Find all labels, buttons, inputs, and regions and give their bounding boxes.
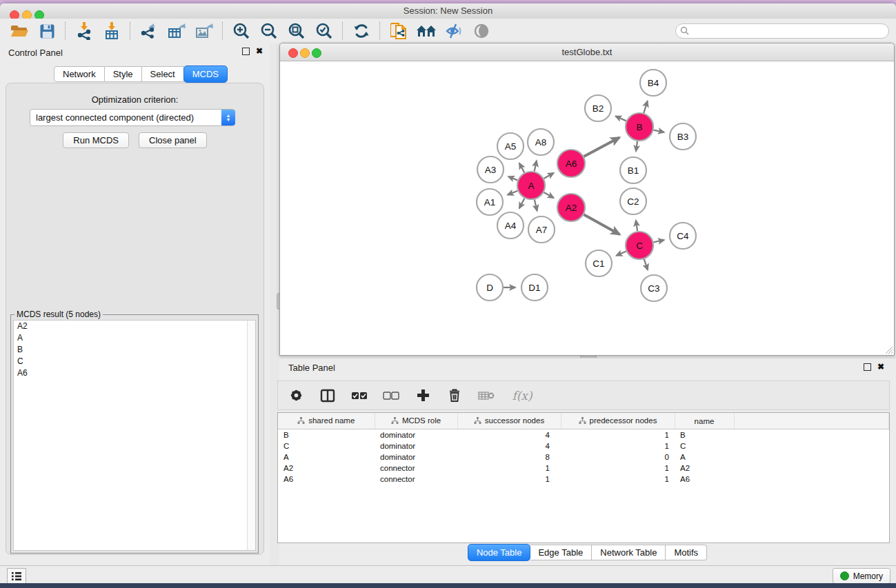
table-cell[interactable]: A6: [675, 474, 734, 485]
graph-edge[interactable]: [654, 240, 664, 242]
table-row[interactable]: Adominator80A: [278, 452, 889, 463]
deselect-all-icon[interactable]: [383, 387, 399, 404]
graph-edge[interactable]: [644, 259, 648, 270]
network-graph[interactable]: B4B2BB3A8A5A6A3B1AC2A1A2A4A7C4CC1DD1C3: [280, 61, 893, 354]
close-panel-button[interactable]: Close panel: [139, 132, 207, 148]
column-header[interactable]: shared name: [278, 413, 375, 429]
table-row[interactable]: Bdominator41B: [278, 429, 889, 441]
node-table[interactable]: shared nameMCDS rolesuccessor nodesprede…: [278, 413, 889, 485]
tab-motifs[interactable]: Motifs: [666, 545, 707, 560]
table-settings-gear-icon[interactable]: [288, 387, 304, 404]
graph-edge[interactable]: [508, 191, 518, 195]
graph-edge[interactable]: [636, 141, 637, 152]
export-network-icon[interactable]: [139, 21, 159, 41]
open-session-icon[interactable]: [9, 21, 30, 41]
table-cell[interactable]: C: [675, 440, 734, 452]
mcds-result-item[interactable]: B: [14, 344, 255, 356]
table-cell[interactable]: B: [278, 429, 375, 441]
graph-edge[interactable]: [636, 221, 637, 232]
close-table-panel-icon[interactable]: ✖: [877, 363, 884, 371]
tab-network[interactable]: Network: [54, 66, 105, 82]
column-header[interactable]: name: [675, 413, 734, 429]
import-table-icon[interactable]: [101, 21, 122, 41]
graph-edge[interactable]: [519, 163, 524, 173]
graph-edge[interactable]: [508, 176, 517, 180]
table-cell[interactable]: B: [675, 429, 734, 441]
column-header[interactable]: predecessor nodes: [561, 413, 675, 429]
table-cell[interactable]: 1: [457, 474, 561, 485]
criterion-dropdown[interactable]: largest connected component (directed) ▲…: [30, 109, 235, 126]
table-row[interactable]: A2connector11A2: [278, 463, 889, 474]
mcds-result-item[interactable]: A6: [14, 367, 255, 379]
clone-network-icon[interactable]: [388, 21, 409, 41]
tab-mcds[interactable]: MCDS: [183, 65, 228, 83]
table-cell[interactable]: C: [278, 440, 375, 452]
result-scrollbar[interactable]: [247, 321, 255, 550]
table-cell[interactable]: connector: [375, 463, 457, 474]
graph-edge[interactable]: [654, 130, 664, 132]
task-history-button[interactable]: [7, 568, 26, 584]
table-cell[interactable]: dominator: [375, 452, 457, 463]
table-cell[interactable]: 4: [457, 429, 561, 441]
delete-column-trash-icon[interactable]: [446, 387, 463, 404]
tab-network-table[interactable]: Network Table: [592, 545, 666, 560]
home-view-icon[interactable]: [416, 21, 437, 41]
save-session-icon[interactable]: [37, 21, 57, 41]
refresh-icon[interactable]: [351, 21, 372, 41]
graph-edge[interactable]: [584, 138, 619, 157]
table-cell[interactable]: 1: [561, 429, 675, 441]
zoom-fit-icon[interactable]: [286, 21, 307, 41]
run-mcds-button[interactable]: Run MCDS: [63, 132, 129, 148]
create-column-icon[interactable]: [415, 387, 431, 404]
table-cell[interactable]: connector: [375, 474, 457, 485]
network-canvas[interactable]: B4B2BB3A8A5A6A3B1AC2A1A2A4A7C4CC1DD1C3: [280, 61, 894, 355]
column-header[interactable]: successor nodes: [457, 413, 561, 429]
graph-edge[interactable]: [584, 214, 619, 234]
table-cell[interactable]: 4: [457, 440, 561, 452]
column-header[interactable]: MCDS role: [375, 413, 457, 429]
graph-edge[interactable]: [616, 116, 626, 121]
select-all-icon[interactable]: [351, 387, 368, 404]
search-input[interactable]: [675, 23, 889, 39]
zoom-in-icon[interactable]: [231, 21, 252, 41]
table-cell[interactable]: 1: [561, 440, 675, 452]
export-table-icon[interactable]: [166, 21, 187, 41]
tab-select[interactable]: Select: [142, 66, 184, 82]
float-panel-icon[interactable]: [242, 48, 250, 55]
graph-edge[interactable]: [617, 252, 626, 256]
mcds-result-list[interactable]: A2ABCA6: [13, 320, 256, 551]
table-cell[interactable]: 1: [561, 474, 675, 485]
close-panel-icon[interactable]: ✖: [256, 47, 263, 55]
table-cell[interactable]: 8: [457, 452, 561, 463]
table-cell[interactable]: 1: [457, 463, 561, 474]
table-cell[interactable]: A2: [675, 463, 734, 474]
mcds-result-item[interactable]: A: [14, 332, 255, 344]
graph-edge[interactable]: [535, 161, 537, 171]
tab-edge-table[interactable]: Edge Table: [530, 545, 592, 560]
graph-edge[interactable]: [544, 192, 553, 198]
table-cell[interactable]: dominator: [375, 440, 457, 452]
table-row[interactable]: Cdominator41C: [278, 440, 889, 452]
table-cell[interactable]: A: [675, 452, 734, 463]
table-cell[interactable]: A2: [278, 463, 375, 474]
mcds-result-item[interactable]: C: [14, 356, 255, 367]
table-cell[interactable]: A6: [278, 474, 375, 485]
zoom-out-icon[interactable]: [259, 21, 279, 41]
table-cell[interactable]: 0: [561, 452, 675, 463]
table-cell[interactable]: 1: [561, 463, 675, 474]
table-cell[interactable]: A: [278, 452, 375, 463]
hide-panels-icon[interactable]: [444, 21, 464, 41]
show-panels-icon[interactable]: [471, 21, 492, 41]
tab-style[interactable]: Style: [105, 66, 142, 82]
graph-edge[interactable]: [535, 199, 537, 210]
memory-button[interactable]: Memory: [833, 568, 890, 584]
float-table-panel-icon[interactable]: [864, 363, 871, 371]
export-image-icon[interactable]: [194, 21, 215, 41]
delete-table-icon[interactable]: [478, 387, 495, 404]
graph-edge[interactable]: [644, 101, 647, 113]
zoom-selected-icon[interactable]: [314, 21, 335, 41]
resize-grip-icon[interactable]: [884, 345, 893, 354]
import-network-icon[interactable]: [74, 21, 94, 41]
table-row[interactable]: A6connector11A6: [278, 474, 889, 485]
show-columns-icon[interactable]: [319, 387, 336, 404]
